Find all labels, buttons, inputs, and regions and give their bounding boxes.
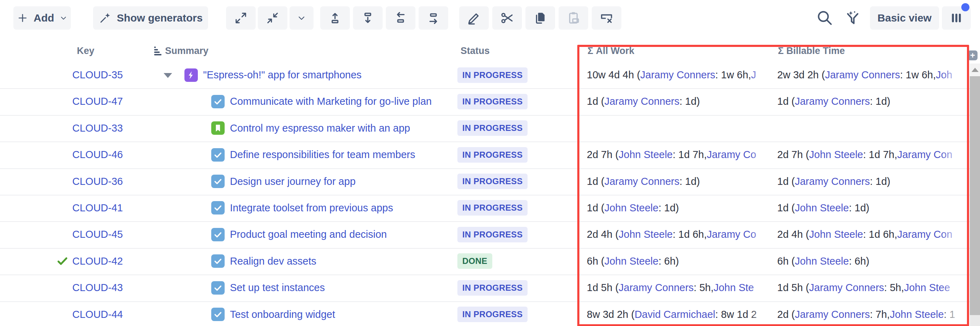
copy-button[interactable] [525, 6, 555, 30]
user-link[interactable]: Jaramy Conners [795, 176, 870, 187]
user-link[interactable]: Jaramy Conners [605, 176, 679, 187]
show-generators-button[interactable]: Show generators [93, 6, 208, 30]
user-link[interactable]: John Ste [713, 282, 754, 294]
user-link[interactable]: Jaramy Con [897, 149, 952, 161]
issue-key-link[interactable]: CLOUD-41 [72, 196, 155, 221]
scrollbar-track[interactable] [970, 315, 980, 326]
view-selector-button[interactable]: Basic view [870, 6, 939, 30]
scroll-up-arrow-icon[interactable] [972, 68, 978, 72]
user-link[interactable]: J [751, 69, 756, 81]
user-link[interactable]: John Steele [619, 149, 673, 161]
table-row[interactable]: CLOUD-46 Define responsibilities for tea… [0, 142, 980, 169]
issue-key-link[interactable]: CLOUD-33 [72, 116, 155, 141]
user-link[interactable]: John Steele [795, 256, 849, 267]
structure-board: Add Show generators [0, 0, 980, 326]
table-row[interactable]: CLOUD-33 Control my espresso maker with … [0, 116, 980, 142]
summary-link[interactable]: "Espress-oh!" app for smartphones [203, 69, 361, 81]
summary-link[interactable]: Realign dev assets [230, 256, 316, 267]
search-button[interactable] [815, 8, 834, 28]
expand-level-menu-button[interactable] [290, 6, 313, 30]
user-link[interactable]: John Steele [809, 149, 863, 161]
expand-icon [234, 11, 248, 25]
table-row[interactable]: CLOUD-43 Set up test instances IN PROGRE… [0, 275, 980, 302]
table-row[interactable]: CLOUD-35 "Espress-oh!" app for smartphon… [0, 62, 980, 89]
issue-key-link[interactable]: CLOUD-42 [72, 249, 155, 274]
user-link[interactable]: Jaramy Conners [640, 69, 716, 81]
summary-link[interactable]: Design user journey for app [230, 176, 355, 187]
column-header-key[interactable]: Key [77, 40, 94, 62]
issue-key-link[interactable]: CLOUD-44 [72, 302, 155, 326]
user-link[interactable]: John Stee [904, 282, 950, 294]
table-row[interactable]: CLOUD-41 Integrate toolset from previous… [0, 196, 980, 222]
vertical-scrollbar[interactable] [970, 64, 980, 326]
collapse-triangle-icon[interactable] [164, 73, 172, 78]
paste-button[interactable] [558, 6, 588, 30]
issue-key-link[interactable]: CLOUD-47 [72, 89, 155, 114]
move-up-button[interactable] [320, 6, 350, 30]
user-link[interactable]: John Steele [795, 202, 849, 214]
column-header-all-work[interactable]: Σ All Work [587, 40, 635, 62]
user-link[interactable]: Jaramy Con [897, 229, 952, 240]
issue-type-icon [211, 201, 224, 215]
add-column-button[interactable]: + [968, 51, 978, 60]
status-badge: IN PROGRESS [457, 307, 528, 322]
outdent-button[interactable] [386, 6, 415, 30]
edit-group [459, 6, 621, 30]
notification-dot [961, 3, 969, 11]
issue-key-link[interactable]: CLOUD-36 [72, 169, 155, 194]
summary-link[interactable]: Product goal meeting and decision [230, 229, 387, 240]
summary-link[interactable]: Communicate with Marketing for go-live p… [230, 95, 432, 107]
user-link[interactable]: John Steele [890, 309, 944, 320]
indent-button[interactable] [418, 6, 448, 30]
duration-text: : 1d) [849, 202, 869, 214]
summary-link[interactable]: Control my espresso maker with an app [230, 122, 410, 134]
status-badge: IN PROGRESS [457, 227, 528, 242]
status-cell: IN PROGRESS [457, 169, 528, 194]
user-link[interactable]: Jaramy Conners [795, 309, 870, 320]
user-link[interactable]: David Carmichael [635, 309, 715, 320]
cut-button[interactable] [492, 6, 522, 30]
user-link[interactable]: Joh [936, 69, 953, 81]
duration-text: : 1d 7h, [673, 149, 707, 161]
edit-button[interactable] [459, 6, 489, 30]
issue-key-link[interactable]: CLOUD-35 [72, 62, 155, 87]
table-row[interactable]: CLOUD-36 Design user journey for app IN … [0, 169, 980, 196]
scrollbar-thumb[interactable] [970, 76, 980, 315]
summary-link[interactable]: Define responsibilities for team members [230, 149, 415, 161]
user-link[interactable]: John Steele [605, 256, 659, 267]
issue-key-link[interactable]: CLOUD-46 [72, 142, 155, 167]
user-link[interactable]: John Steele [619, 229, 673, 240]
table-row[interactable]: CLOUD-45 Product goal meeting and decisi… [0, 222, 980, 248]
column-header-summary[interactable]: Summary [165, 40, 208, 62]
table-row[interactable]: CLOUD-42 Realign dev assets DONE 6h (Joh… [0, 249, 980, 275]
table-row[interactable]: CLOUD-44 Test onboarding widget IN PROGR… [0, 302, 980, 326]
user-link[interactable]: Jaramy Conners [619, 282, 694, 294]
user-link[interactable]: Jaramy Co [707, 229, 756, 240]
user-link[interactable]: Jaramy Conners [795, 95, 870, 107]
summary-link[interactable]: Test onboarding widget [230, 309, 335, 320]
user-link[interactable]: John Steele [809, 229, 863, 240]
summary-link[interactable]: Integrate toolset from previous apps [230, 202, 393, 214]
table-row[interactable]: CLOUD-47 Communicate with Marketing for … [0, 89, 980, 115]
issue-key-link[interactable]: CLOUD-45 [72, 222, 155, 247]
user-link[interactable]: Jaramy Conners [825, 69, 900, 81]
remove-button[interactable] [592, 6, 621, 30]
column-header-status[interactable]: Status [461, 40, 490, 62]
billable-time-cell: 1d (John Steele: 1d) [777, 196, 962, 221]
duration-text: : 1d) [870, 176, 891, 187]
user-link[interactable]: John Steele [605, 202, 659, 214]
duration-text: 6h ( [587, 256, 605, 267]
add-button[interactable]: Add [13, 6, 71, 30]
status-badge: IN PROGRESS [457, 173, 528, 189]
summary-link[interactable]: Set up test instances [230, 282, 325, 294]
collapse-all-button[interactable] [258, 6, 287, 30]
expand-all-button[interactable] [226, 6, 256, 30]
issue-key-link[interactable]: CLOUD-43 [72, 275, 155, 300]
move-down-button[interactable] [353, 6, 383, 30]
user-link[interactable]: Jaramy Conners [605, 95, 679, 107]
transformations-button[interactable] [843, 8, 862, 28]
chevron-down-icon [59, 14, 68, 22]
user-link[interactable]: Jaramy Co [707, 149, 756, 161]
user-link[interactable]: Jaramy Conners [809, 282, 884, 294]
column-header-billable-time[interactable]: Σ Billable Time [778, 40, 845, 62]
